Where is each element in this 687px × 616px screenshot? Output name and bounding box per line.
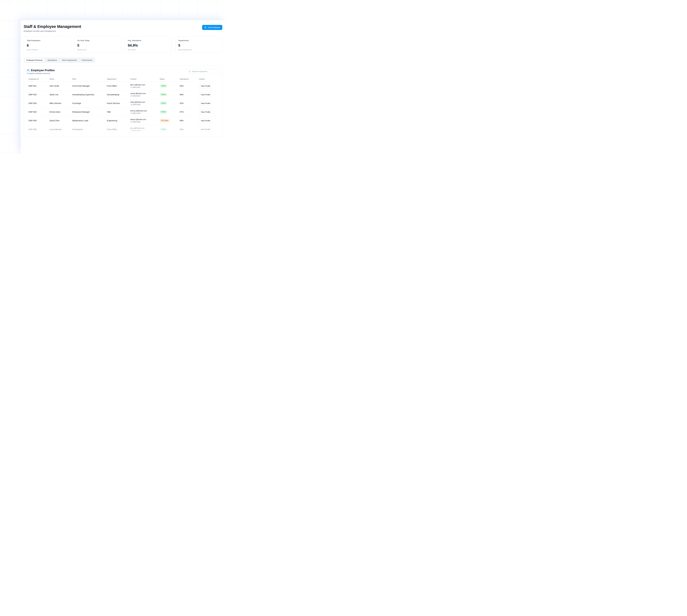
search-icon [189, 70, 191, 72]
tab-employee-directory[interactable]: Employee Directory [24, 58, 45, 62]
tab-list: Employee Directory Attendance Task Assig… [24, 58, 95, 63]
cell-status: Active [158, 109, 178, 115]
column-header-name: Name [48, 78, 70, 80]
contact-phone: +1 555-0102 [130, 95, 158, 97]
cell-employee-id: EMP-003 [27, 101, 48, 106]
stat-label: On Duty Today [77, 40, 118, 42]
cell-employee-id: EMP-006 [27, 127, 48, 132]
cell-actions: View Profile [197, 82, 219, 90]
cell-role: Maintenance Lead [70, 118, 105, 123]
search-box[interactable] [187, 69, 219, 74]
stat-label: Avg. Attendance [128, 40, 169, 42]
contact-phone: +1 555-0106 [130, 130, 158, 132]
status-badge: Active [160, 102, 167, 105]
table-row: EMP-005 David Chen Maintenance Lead Engi… [27, 116, 219, 125]
stat-card-on-duty: On Duty Today 5 Working now [74, 37, 121, 53]
table-row: EMP-001 John Smith Front Desk Manager Fr… [27, 82, 219, 90]
cell-department: Housekeeping [105, 92, 129, 97]
stat-sublabel: This month [128, 49, 169, 51]
stat-value: 94.8% [128, 43, 169, 48]
cell-name: Mike Johnson [48, 101, 70, 106]
view-profile-button[interactable]: View Profile [199, 84, 212, 88]
stat-card-departments: Departments 5 Active departments [175, 37, 223, 53]
status-badge: Active [160, 110, 167, 114]
cell-employee-id: EMP-004 [27, 109, 48, 114]
cell-name: Emma Davis [48, 109, 70, 114]
column-header-actions: Actions [197, 78, 219, 80]
cell-actions: View Profile [197, 100, 219, 107]
cell-department: Guest Services [105, 101, 129, 106]
cell-status: Active [158, 83, 178, 89]
employee-profiles-panel: Employee Profiles Complete employee dire… [24, 66, 222, 137]
view-profile-button[interactable]: View Profile [199, 127, 212, 132]
stat-value: 5 [77, 43, 118, 48]
add-employee-label: Add Employee [208, 26, 220, 28]
status-badge: On Leave [160, 119, 170, 122]
table-header-row: Employee ID Name Role Department Contact… [27, 77, 219, 82]
cell-contact: john.s@hotel.com +1 555-0101 [129, 82, 158, 90]
cell-attendance: 97% [178, 109, 197, 114]
column-header-department: Department [105, 78, 129, 80]
stat-label: Total Employees [27, 40, 68, 42]
cell-status: Active [158, 92, 178, 97]
contact-email: david.c@hotel.com [130, 118, 158, 120]
stat-card-avg-attendance: Avg. Attendance 94.8% This month [124, 37, 172, 53]
add-employee-button[interactable]: Add Employee [202, 25, 222, 30]
cell-employee-id: EMP-001 [27, 84, 48, 88]
cell-actions: View Profile [197, 91, 219, 98]
column-header-status: Status [158, 78, 178, 80]
cell-department: Front Office [105, 84, 129, 88]
cell-name: John Smith [48, 84, 70, 88]
column-header-role: Role [70, 78, 105, 80]
view-profile-button[interactable]: View Profile [199, 92, 212, 97]
contact-email: lisa.a@hotel.com [130, 127, 158, 129]
cell-actions: View Profile [197, 126, 219, 133]
cell-actions: View Profile [197, 117, 219, 124]
stat-card-total-employees: Total Employees 6 Active workforce [24, 37, 71, 53]
view-profile-button[interactable]: View Profile [199, 110, 212, 114]
column-header-contact: Contact [129, 78, 158, 80]
cell-attendance: 94% [178, 127, 197, 132]
cell-role: Concierge [70, 101, 105, 106]
cell-contact: emma.d@hotel.com +1 555-0104 [129, 108, 158, 116]
status-badge: Active [160, 93, 167, 96]
tab-performance[interactable]: Performance [79, 58, 94, 62]
cell-contact: mike.j@hotel.com +1 555-0103 [129, 100, 158, 107]
cell-attendance: 95% [178, 84, 197, 88]
cell-actions: View Profile [197, 108, 219, 116]
contact-email: sarah.l@hotel.com [130, 92, 158, 94]
search-input[interactable] [192, 70, 217, 72]
cell-contact: david.c@hotel.com +1 555-0105 [129, 117, 158, 124]
contact-phone: +1 555-0105 [130, 121, 158, 123]
cell-attendance: 89% [178, 118, 197, 123]
contact-phone: +1 555-0103 [130, 104, 158, 106]
stat-value: 6 [27, 43, 68, 48]
tab-task-assignments[interactable]: Task Assignments [60, 58, 79, 62]
table-row: EMP-003 Mike Johnson Concierge Guest Ser… [27, 99, 219, 108]
status-badge: Active [160, 128, 167, 131]
table-row: EMP-002 Sarah Lee Housekeeping Superviso… [27, 90, 219, 99]
view-profile-button[interactable]: View Profile [199, 101, 212, 106]
cell-name: Lisa Anderson [48, 127, 70, 132]
view-profile-button[interactable]: View Profile [199, 118, 212, 123]
cell-role: Restaurant Manager [70, 109, 105, 114]
cell-department: Engineering [105, 118, 129, 123]
cell-contact: lisa.a@hotel.com +1 555-0106 [129, 126, 158, 133]
cell-status: On Leave [158, 117, 178, 124]
tab-attendance[interactable]: Attendance [45, 58, 59, 62]
table-row: EMP-004 Emma Davis Restaurant Manager F&… [27, 108, 219, 116]
cell-department: Front Office [105, 127, 129, 132]
stat-label: Departments [178, 40, 219, 42]
page-subtitle: Employee records and management [24, 30, 81, 32]
stats-row: Total Employees 6 Active workforce On Du… [24, 37, 222, 53]
cell-name: David Chen [48, 118, 70, 123]
cell-status: Active [158, 100, 178, 106]
column-header-employee-id: Employee ID [27, 78, 48, 80]
panel-title: Employee Profiles [31, 69, 55, 72]
person-plus-icon [204, 26, 207, 28]
cell-employee-id: EMP-002 [27, 92, 48, 97]
contact-phone: +1 555-0101 [130, 86, 158, 88]
employee-table: Employee ID Name Role Department Contact… [24, 76, 222, 137]
page-header: Staff & Employee Management Employee rec… [24, 24, 222, 32]
table-row: EMP-006 Lisa Anderson Receptionist Front… [27, 125, 219, 134]
